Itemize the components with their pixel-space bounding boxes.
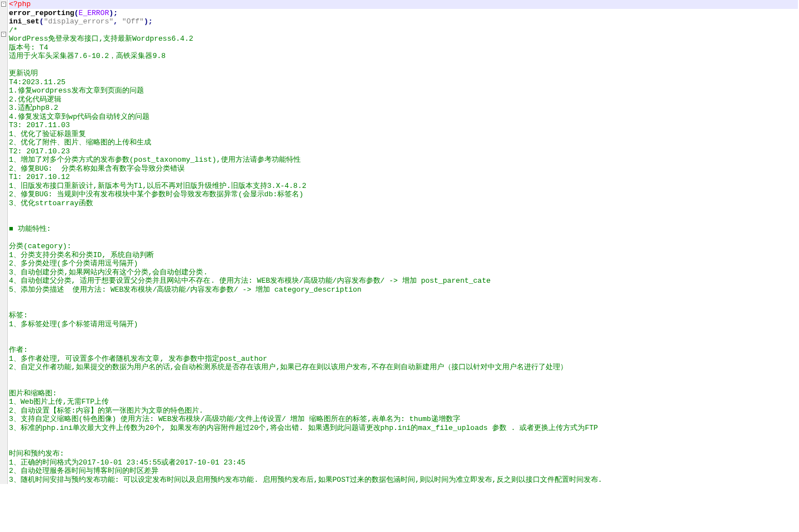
comment-line: 3、随机时间安排与预约发布功能: 可以设定发布时间以及启用预约发布功能. 启用预… [9,476,798,485]
fold-toggle-1[interactable]: - [1,2,6,7]
code-fn: ini_set [9,17,40,26]
comment-line [9,303,798,312]
comment-line: 1.修复wordpress发布文章到页面的问题 [9,86,798,95]
code-punct: ( [74,9,79,17]
fold-toggle-2[interactable]: - [1,32,6,37]
comment-line: 3.适配php8.2 [9,104,798,113]
code-line: ini_set("display_errors", "Off"); [9,17,798,26]
comment-line: 适用于火车头采集器7.6-10.2，高铁采集器9.8 [9,52,798,61]
comment-line: 1、正确的时间格式为2017-10-01 23:45:55或者2017-10-0… [9,458,798,467]
comment-line: 2、多分类处理(多个分类请用逗号隔开) [9,259,798,268]
comment-line: 2、修复BUG: 当规则中没有发布模块中某个参数时会导致发布数据异常(会显示db… [9,190,798,199]
comment-line: 1、Web图片上传,无需FTP上传 [9,398,798,407]
comment-line: 5、添加分类描述 使用方法: WEB发布模块/高级功能/内容发布参数/ -> 增… [9,286,798,294]
comment-line [9,432,798,441]
code-punct: ); [144,17,153,26]
php-open-tag: <?php [9,0,31,8]
comment-line: 版本号: T4 [9,43,798,52]
comment-line: 1、分类支持分类名和分类ID, 系统自动判断 [9,251,798,260]
comment-line: 3、标准的php.ini单次最大文件上传数为20个, 如果发布的内容附件超过20… [9,424,798,433]
code-string: "display_errors" [44,17,113,26]
comment-line: 2、优化了附件、图片、缩略图的上传和生成 [9,138,798,147]
comment-line: Tl: 2017.10.12 [9,173,798,182]
code-string: "Off" [122,17,144,26]
comment-open: /* [9,26,18,35]
comment-line [9,441,798,450]
comment-line: T4:2023.11.25 [9,78,798,87]
comment-line: T3: 2017.11.03 [9,121,798,130]
comment-line: WordPress免登录发布接口,支持最新Wordpress6.4.2 [9,35,798,43]
comment-line: 2、自定义作者功能,如果提交的数据为用户名的话,会自动检测系统是否存在该用户,如… [9,363,798,372]
comment-line: ■ 功能特性: [9,225,798,234]
comment-line: 2、自动处理服务器时间与博客时间的时区差异 [9,467,798,476]
code-punct: , [113,17,122,26]
code-const: E_ERROR [79,9,109,17]
comment-line: 1、增加了对多个分类方式的发布参数(post_taxonomy_list),使用… [9,156,798,165]
comment-line [9,234,798,243]
comment-line: 4、自动创建父分类, 适用于想要设置父分类并且网站中不存在. 使用方法: WEB… [9,277,798,286]
comment-line: 标签: [9,311,798,320]
code-line: <?php [9,0,798,9]
comment-line: 1、优化了验证标题重复 [9,130,798,139]
comment-line: 3、优化strtoarray函数 [9,199,798,208]
code-editor-content: <?php error_reporting(E_ERROR); ini_set(… [8,0,799,484]
comment-line: 2、自动设置【标签:内容】的第一张图片为文章的特色图片. [9,407,798,415]
comment-line: 2.优化代码逻辑 [9,95,798,104]
comment-line: 图片和缩略图: [9,389,798,398]
comment-line: 1、多标签处理(多个标签请用逗号隔开) [9,320,798,329]
comment-line [9,380,798,389]
comment-line: 3、自动创建分类,如果网站内没有这个分类,会自动创建分类. [9,268,798,277]
comment-line: 时间和预约发布: [9,449,798,458]
comment-line: 2、修复BUG: 分类名称如果含有数字会导致分类错误 [9,165,798,173]
comment-line: 1、旧版发布接口重新设计,新版本号为Tl,以后不再对旧版升级维护.旧版本支持3.… [9,182,798,191]
comment-line: 4.修复发送文章到wp代码会自动转义的问题 [9,113,798,122]
comment-line [9,207,798,216]
comment-line: 分类(category): [9,242,798,251]
comment-line [9,61,798,70]
comment-line [9,294,798,303]
comment-line: 作者: [9,346,798,355]
comment-line: T2: 2017.10.23 [9,147,798,156]
comment-line [9,372,798,381]
comment-line: 1、多作者处理, 可设置多个作者随机发布文章, 发布参数中指定post_auth… [9,355,798,364]
code-punct: ); [109,9,118,17]
comment-line [9,328,798,337]
comment-line [9,337,798,346]
code-line: error_reporting(E_ERROR); [9,9,798,18]
code-line: /* [9,26,798,35]
code-fold-gutter: - - [0,0,8,484]
comment-line [9,216,798,225]
code-fn: error_reporting [9,9,74,17]
comment-line: 更新说明 [9,69,798,78]
comment-line: 3、支持自定义缩略图(特色图像) 使用方法: WEB发布模块/高级功能/文件上传… [9,415,798,424]
